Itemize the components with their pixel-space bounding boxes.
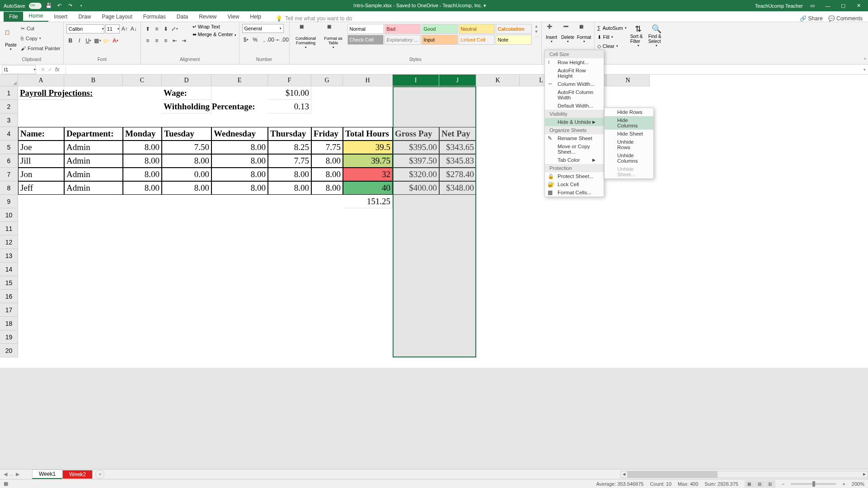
menu-autofit-col[interactable]: AutoFit Column Width	[545, 88, 604, 102]
row-header-2[interactable]: 2	[0, 100, 18, 113]
gallery-more-icon[interactable]: ⋯	[535, 35, 539, 39]
cell-J4[interactable]: Net Pay	[439, 127, 476, 141]
row-header-11[interactable]: 11	[0, 222, 18, 235]
sheet-nav-first-icon[interactable]: ◀	[4, 471, 7, 477]
decrease-font-icon[interactable]: A↓	[130, 24, 138, 33]
col-header-E[interactable]: E	[211, 75, 268, 86]
menu-autofit-row[interactable]: AutoFit Row Height	[545, 66, 604, 80]
format-as-table-button[interactable]: ▦Format as Table▾	[322, 24, 345, 49]
copy-button[interactable]: ⎘Copy ▾	[21, 34, 61, 43]
tab-insert[interactable]: Insert	[48, 12, 73, 22]
user-name[interactable]: TeachUcomp Teacher	[755, 3, 803, 9]
col-header-F[interactable]: F	[268, 75, 311, 86]
save-icon[interactable]: 💾	[45, 2, 52, 9]
zoom-out-icon[interactable]: −	[782, 481, 784, 487]
cell-H8[interactable]: 40	[343, 181, 393, 195]
cell-E4[interactable]: Wednesday	[211, 127, 268, 141]
row-header-10[interactable]: 10	[0, 208, 18, 222]
cell-B4[interactable]: Department:	[64, 127, 123, 141]
submenu-hide-columns[interactable]: Hide Columns	[605, 116, 653, 130]
row-header-16[interactable]: 16	[0, 290, 18, 303]
number-format-combo[interactable]: General▾	[242, 24, 284, 33]
sheet-nav-prev-icon[interactable]: …	[9, 471, 14, 477]
comments-button[interactable]: 💬 Comments	[828, 15, 863, 22]
menu-tab-color[interactable]: Tab Color▶	[545, 156, 604, 164]
redo-icon[interactable]: ↷	[67, 2, 74, 9]
cell-D5[interactable]: 7.50	[162, 141, 211, 154]
cell-G8[interactable]: 8.00	[311, 181, 343, 195]
row-header-3[interactable]: 3	[0, 113, 18, 127]
row-header-5[interactable]: 5	[0, 141, 18, 154]
tab-page-layout[interactable]: Page Layout	[96, 12, 137, 22]
menu-row-height[interactable]: ↕Row Height...	[545, 58, 604, 66]
style-check-cell[interactable]: Check Cell	[347, 35, 384, 45]
view-page-break-icon[interactable]: ▥	[765, 480, 775, 488]
clear-button[interactable]: ◇Clear ▾	[597, 42, 627, 50]
insert-cells-button[interactable]: ➕Insert▾	[544, 24, 559, 43]
row-header-18[interactable]: 18	[0, 317, 18, 330]
cell-J5[interactable]: $343.65	[439, 141, 476, 154]
submenu-unhide-rows[interactable]: Unhide Rows	[605, 138, 653, 151]
cell-G7[interactable]: 8.00	[311, 168, 343, 181]
cell-D2[interactable]: Withholding Percentage:	[162, 100, 211, 113]
cell-C7[interactable]: 8.00	[123, 168, 162, 181]
row-header-1[interactable]: 1	[0, 86, 18, 100]
style-good[interactable]: Good	[422, 24, 458, 34]
sheet-nav-next-icon[interactable]: ▶	[16, 471, 19, 477]
cell-C6[interactable]: 8.00	[123, 154, 162, 168]
underline-button[interactable]: U▾	[84, 36, 93, 45]
increase-font-icon[interactable]: A↑	[121, 24, 129, 33]
select-all-corner[interactable]	[0, 75, 18, 86]
col-header-A[interactable]: A	[18, 75, 64, 86]
tab-file[interactable]: File	[4, 12, 23, 22]
cell-A8[interactable]: Jeff	[18, 181, 64, 195]
zoom-level[interactable]: 200%	[852, 481, 864, 487]
cell-F8[interactable]: 8.00	[268, 181, 311, 195]
row-header-4[interactable]: 4	[0, 127, 18, 141]
cell-A7[interactable]: Jon	[18, 168, 64, 181]
autosum-button[interactable]: ∑AutoSum ▾	[597, 24, 627, 32]
spreadsheet-grid[interactable]: ABCDEFGHIJKLMN 1234567891011121314151617…	[0, 75, 868, 368]
row-header-13[interactable]: 13	[0, 249, 18, 263]
cell-H5[interactable]: 39.5	[343, 141, 393, 154]
align-top-icon[interactable]: ⬆	[144, 24, 152, 33]
delete-cells-button[interactable]: ➖Delete▾	[561, 24, 575, 43]
sort-filter-button[interactable]: ⇅Sort & Filter▾	[630, 24, 647, 50]
col-header-J[interactable]: J	[439, 75, 476, 86]
cell-G4[interactable]: Friday	[311, 127, 343, 141]
fill-button[interactable]: ⬇Fill ▾	[597, 33, 627, 41]
gallery-up-icon[interactable]: ▲	[535, 24, 539, 28]
menu-format-cells[interactable]: ▦Format Cells...	[545, 188, 604, 197]
row-header-19[interactable]: 19	[0, 330, 18, 344]
align-bottom-icon[interactable]: ⬇	[162, 24, 170, 33]
cell-I4[interactable]: Gross Pay	[393, 127, 439, 141]
style-bad[interactable]: Bad	[385, 24, 421, 34]
italic-button[interactable]: I	[75, 36, 84, 45]
menu-protect-sheet[interactable]: 🔒Protect Sheet...	[545, 172, 604, 180]
tab-formulas[interactable]: Formulas	[138, 12, 171, 22]
tab-data[interactable]: Data	[171, 12, 193, 22]
formula-input[interactable]	[66, 65, 861, 74]
percent-icon[interactable]: %	[251, 35, 259, 44]
align-left-icon[interactable]: ≡	[144, 36, 152, 45]
style-neutral[interactable]: Neutral	[459, 24, 495, 34]
cell-I5[interactable]: $395.00	[393, 141, 439, 154]
indent-increase-icon[interactable]: ⇥	[180, 36, 188, 45]
close-icon[interactable]: ✕	[853, 1, 864, 10]
cut-button[interactable]: ✂Cut	[21, 24, 61, 33]
zoom-in-icon[interactable]: +	[842, 481, 845, 487]
col-header-N[interactable]: N	[606, 75, 650, 86]
row-header-12[interactable]: 12	[0, 235, 18, 249]
font-name-combo[interactable]: Calibri▾	[66, 24, 104, 33]
tab-help[interactable]: Help	[244, 12, 267, 22]
style-linked-cell[interactable]: Linked Cell	[459, 35, 495, 45]
name-box[interactable]: I1▾	[2, 65, 36, 74]
menu-rename-sheet[interactable]: ✎Rename Sheet	[545, 134, 604, 142]
row-header-8[interactable]: 8	[0, 181, 18, 195]
cell-J8[interactable]: $348.00	[439, 181, 476, 195]
find-select-button[interactable]: 🔍Find & Select▾	[648, 24, 665, 50]
row-header-7[interactable]: 7	[0, 168, 18, 181]
font-color-button[interactable]: A	[112, 36, 120, 45]
cell-H4[interactable]: Total Hours	[343, 127, 393, 141]
menu-hide-unhide[interactable]: Hide & Unhide▶	[545, 118, 604, 126]
